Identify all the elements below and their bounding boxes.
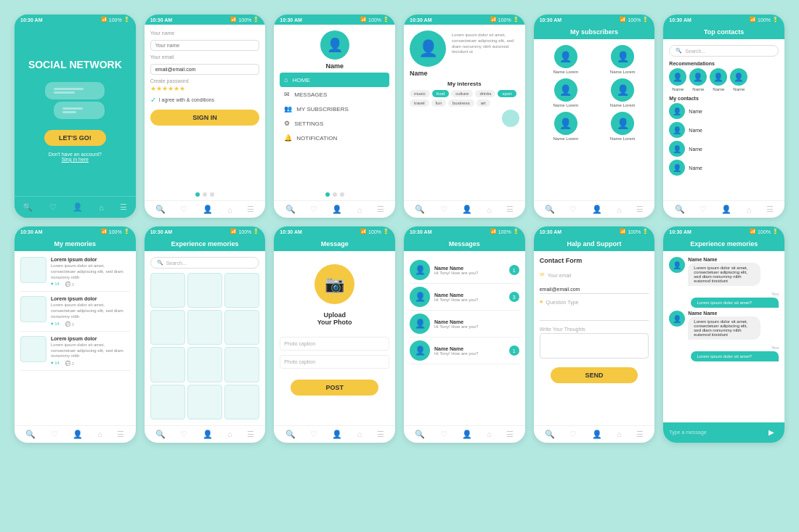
nav-heart[interactable]: ♡ [310,205,317,214]
status-bar-1: 10:30 AM 📶 100% 🔋 [15,15,136,25]
menu-home[interactable]: ⌂ HOME [280,73,389,87]
status-bar-3: 10:30 AM 📶 100% 🔋 [274,15,395,25]
nav-menu[interactable]: ☰ [377,430,384,439]
nav-user[interactable]: 👤 [462,205,472,214]
nav-search[interactable]: 🔍 [285,205,296,214]
name-input[interactable] [150,40,260,51]
experience-search[interactable]: 🔍 Search... [150,257,260,269]
nav-heart[interactable]: ♡ [310,430,317,439]
msg-1[interactable]: 👤 Name Name Hi Tony! How are you? 1 [410,257,519,284]
nav-user[interactable]: 👤 [73,430,83,439]
nav-search[interactable]: 🔍 [25,430,36,439]
nav-home[interactable]: ⌂ [227,205,232,214]
contacts-body: 🔍 Search... Recommendations 👤 Name 👤 Nam… [663,39,784,200]
nav-heart[interactable]: ♡ [49,202,57,212]
nav-home[interactable]: ⌂ [617,430,622,438]
caption-input[interactable]: Photo caption [284,359,385,364]
tag-culture: culture [451,90,473,97]
nav-menu[interactable]: ☰ [636,430,644,439]
nav-search[interactable]: 🔍 [415,205,425,214]
contacts-search[interactable]: 🔍 Search... [669,45,779,57]
nav-heart[interactable]: ♡ [51,430,58,439]
status-bar-10: 10:30 AM 📶 100% 🔋 [404,226,525,237]
nav-home[interactable]: ⌂ [747,205,752,214]
signin-button[interactable]: SIGN IN [150,110,260,126]
nav-user[interactable]: 👤 [332,205,342,214]
nav-user[interactable]: 👤 [203,430,213,439]
menu-notification[interactable]: 🔔 NOTIFICATION [280,131,389,145]
nav-menu[interactable]: ☰ [506,430,514,439]
type-input[interactable]: Type a message [669,430,764,435]
nav-search[interactable]: 🔍 [545,205,555,214]
bottom-nav: 🔍 ♡ 👤 ⌂ ☰ [145,200,266,218]
bottom-nav: 🔍 ♡ 👤 ⌂ ☰ [404,200,525,218]
nav-home[interactable]: ⌂ [227,430,232,438]
nav-heart[interactable]: ♡ [180,430,187,439]
question-icon: ● [540,298,543,305]
nav-user[interactable]: 👤 [592,205,602,214]
nav-menu[interactable]: ☰ [247,430,254,439]
nav-heart[interactable]: ♡ [699,205,707,214]
nav-menu[interactable]: ☰ [766,205,774,214]
msg-4[interactable]: 👤 Name Name Hi Tony! How are you? 1 [410,337,519,364]
nav-heart[interactable]: ♡ [180,205,187,214]
nav-user[interactable]: 👤 [462,430,472,439]
email-field[interactable] [540,285,649,294]
bottom-nav: 🔍 ♡ 👤 ⌂ ☰ [274,425,395,443]
nav-user[interactable]: 👤 [73,202,83,212]
nav-menu[interactable]: ☰ [636,205,644,214]
msg-3[interactable]: 👤 Name Name Hi Tony! How are you? [410,311,519,337]
nav-user[interactable]: 👤 [332,430,342,439]
support-header: Halp and Support [534,237,655,251]
nav-menu[interactable]: ☰ [247,205,254,214]
contact-avatar-2: 👤 [669,122,685,138]
messages-header: Messages [404,237,525,251]
nav-search[interactable]: 🔍 [23,202,33,212]
nav-home[interactable]: ⌂ [487,205,492,214]
nav-home[interactable]: ⌂ [357,205,362,214]
menu-messages[interactable]: ✉ MESSAGES [280,87,389,102]
nav-search[interactable]: 🔍 [675,205,685,214]
status-bar-8: 10:30 AM 📶 100% 🔋 [145,226,266,237]
nav-menu[interactable]: ☰ [120,202,127,212]
msg-2[interactable]: 👤 Name Name Hi Tony! How are you? 3 [410,284,519,311]
menu-settings[interactable]: ⚙ SETTINGS [280,116,389,131]
nav-heart[interactable]: ♡ [440,205,447,214]
nav-menu[interactable]: ☰ [506,205,514,214]
profile-body: 👤 Name Lorem ipsum dolor sit amet, conse… [404,25,525,200]
nav-menu[interactable]: ☰ [117,430,124,439]
thoughts-field[interactable] [540,333,649,359]
agree-text: I agree with & conditions [159,97,214,102]
signin-link[interactable]: Sing in here [62,157,89,162]
nav-heart[interactable]: ♡ [569,430,577,439]
row1: 10:30 AM 📶 100% 🔋 SOCIAL NETWORK LET'S G… [15,15,784,218]
nav-user[interactable]: 👤 [592,430,602,439]
lets-go-button[interactable]: LET'S GO! [44,130,106,146]
interests-title: My interests [410,81,519,87]
tag-fun: fun [431,99,446,107]
nav-home[interactable]: ⌂ [357,430,362,438]
nav-home[interactable]: ⌂ [99,203,104,212]
send-button[interactable]: SEND [551,367,638,383]
bubble-1 [45,82,105,99]
nav-search[interactable]: 🔍 [285,430,296,439]
nav-heart[interactable]: ♡ [569,205,577,214]
nav-search[interactable]: 🔍 [545,430,555,439]
nav-user[interactable]: 👤 [721,205,731,214]
nav-search[interactable]: 🔍 [415,430,425,439]
email-input[interactable] [150,64,260,75]
nav-home[interactable]: ⌂ [97,430,102,438]
nav-user[interactable]: 👤 [203,205,213,214]
nav-search[interactable]: 🔍 [155,205,166,214]
nav-home[interactable]: ⌂ [487,430,492,438]
nav-heart[interactable]: ♡ [440,430,447,439]
bottom-nav: 🔍 ♡ 👤 ⌂ ☰ [274,200,395,218]
send-message-button[interactable]: ▶ [764,425,779,440]
nav-home[interactable]: ⌂ [617,205,622,214]
menu-subscribers[interactable]: 👥 MY SUBSCRIBERS [280,102,389,116]
question-field[interactable] [540,312,649,321]
nav-search[interactable]: 🔍 [155,430,166,439]
upload-icon[interactable]: 📷 [315,264,354,304]
nav-menu[interactable]: ☰ [377,205,384,214]
post-button[interactable]: POST [291,380,378,396]
